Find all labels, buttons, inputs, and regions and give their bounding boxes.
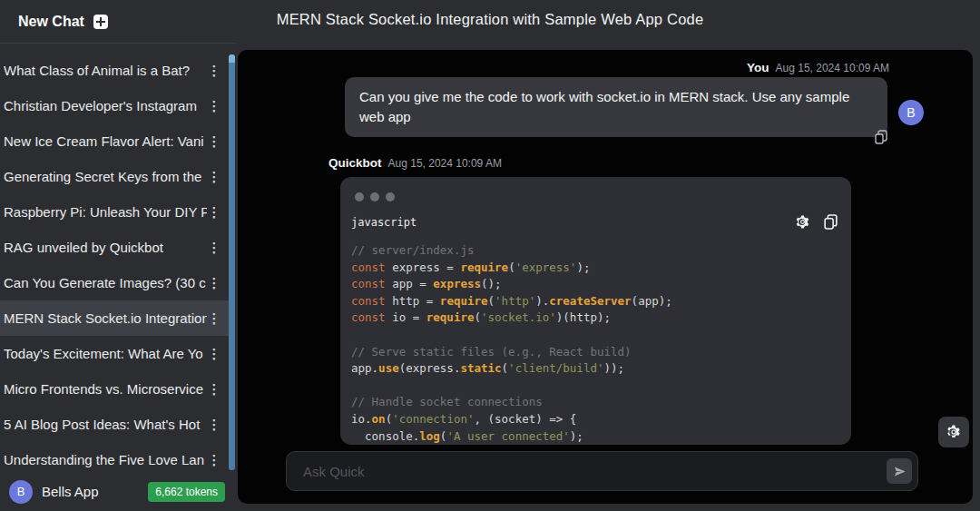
composer [286, 451, 918, 491]
sidebar-item-label: Raspberry Pi: Unleash Your DIY P [4, 204, 207, 220]
code-body: // server/index.jsconst express = requir… [340, 230, 851, 445]
code-line: io.on('connection', (socket) => { [351, 411, 840, 428]
sidebar-item[interactable]: Christian Developer's Instagram⋮ [0, 88, 229, 123]
chat-panel: YouAug 15, 2024 10:09 AM Can you give me… [238, 50, 973, 504]
sidebar-scrollbar[interactable] [229, 54, 235, 470]
chat-history-list: What Class of Animal is a Bat?⋮Christian… [0, 53, 229, 477]
kebab-menu-icon[interactable]: ⋮ [207, 453, 221, 467]
sidebar-item[interactable]: RAG unveiled by Quickbot⋮ [0, 230, 229, 265]
code-line: app.use(express.static('client/build')); [351, 360, 840, 378]
code-line: console.log('A user connected'); [351, 428, 840, 445]
kebab-menu-icon[interactable]: ⋮ [207, 64, 221, 77]
kebab-menu-icon[interactable]: ⋮ [207, 418, 221, 431]
bot-message-meta: QuickbotAug 15, 2024 10:09 AM [328, 156, 502, 170]
sidebar: New Chat What Class of Animal is a Bat?⋮… [0, 0, 236, 511]
code-language-label: javascript [351, 216, 782, 229]
ask-input[interactable] [287, 464, 887, 479]
code-line: const http = require('http').createServe… [351, 293, 840, 310]
kebab-menu-icon[interactable]: ⋮ [207, 347, 221, 360]
sidebar-item[interactable]: New Ice Cream Flavor Alert: Vani⋮ [0, 123, 229, 159]
code-line [351, 378, 840, 395]
code-line: const express = require('express'); [351, 260, 840, 277]
sidebar-item-label: 5 AI Blog Post Ideas: What's Hot [4, 417, 207, 432]
sidebar-item-label: New Ice Cream Flavor Alert: Vani [4, 133, 207, 149]
code-block-card: javascript // server/index.jsconst expre… [340, 177, 851, 445]
sidebar-item-label: Understanding the Five Love Lan [4, 452, 207, 467]
kebab-menu-icon[interactable]: ⋮ [207, 134, 221, 148]
sidebar-item-label: Can You Generate Images? (30 c [4, 275, 207, 290]
avatar: B [9, 480, 33, 504]
sidebar-item-label: Micro Frontends vs. Microservice [4, 381, 207, 397]
sidebar-item[interactable]: Today's Excitement: What Are Yo⋮ [0, 336, 229, 371]
bot-message-timestamp: Aug 15, 2024 10:09 AM [388, 157, 502, 170]
user-message-meta: YouAug 15, 2024 10:09 AM [747, 61, 889, 74]
user-message-timestamp: Aug 15, 2024 10:09 AM [776, 62, 889, 74]
user-message-bubble: Can you give me the code to work with so… [345, 77, 887, 137]
sidebar-item-label: Christian Developer's Instagram [4, 98, 207, 113]
sidebar-item[interactable]: Micro Frontends vs. Microservice⋮ [0, 371, 229, 407]
code-line: const app = express(); [351, 276, 840, 293]
sidebar-item-label: MERN Stack Socket.io Integration [4, 310, 207, 326]
sidebar-item[interactable]: 5 AI Blog Post Ideas: What's Hot⋮ [0, 407, 229, 442]
sidebar-item[interactable]: Can You Generate Images? (30 c⋮ [0, 265, 229, 300]
app-name: Bells App [42, 484, 139, 499]
sidebar-item-label: Today's Excitement: What Are Yo [4, 346, 207, 361]
sidebar-item-label: RAG unveiled by Quickbot [4, 240, 207, 255]
code-line [351, 327, 840, 344]
code-line: // Handle socket connections [351, 394, 840, 411]
sidebar-item[interactable]: Generating Secret Keys from the⋮ [0, 159, 229, 194]
kebab-menu-icon[interactable]: ⋮ [207, 170, 221, 183]
copy-message-icon[interactable] [874, 130, 888, 144]
kebab-menu-icon[interactable]: ⋮ [207, 382, 221, 396]
code-settings-icon[interactable] [795, 214, 810, 230]
sidebar-item-active[interactable]: MERN Stack Socket.io Integration⋮ [0, 300, 229, 336]
user-sender-label: You [747, 61, 769, 74]
code-line: // server/index.js [351, 242, 840, 260]
send-button[interactable] [887, 458, 912, 484]
token-count-badge: 6,662 tokens [148, 482, 225, 502]
sidebar-footer: B Bells App 6,662 tokens [0, 472, 236, 511]
kebab-menu-icon[interactable]: ⋮ [207, 311, 221, 325]
new-chat-button[interactable]: New Chat [0, 0, 236, 44]
copy-code-icon[interactable] [823, 214, 838, 230]
settings-button[interactable] [938, 417, 969, 447]
sidebar-item[interactable]: Raspberry Pi: Unleash Your DIY P⋮ [0, 194, 229, 230]
plus-icon [93, 15, 108, 29]
kebab-menu-icon[interactable]: ⋮ [207, 99, 221, 113]
code-line: const io = require('socket.io')(http); [351, 310, 840, 327]
code-line: // Serve static files (e.g., React build… [351, 344, 840, 361]
sidebar-item-label: Generating Secret Keys from the [4, 169, 207, 184]
kebab-menu-icon[interactable]: ⋮ [207, 241, 221, 254]
kebab-menu-icon[interactable]: ⋮ [207, 276, 221, 290]
window-dots-icon [340, 177, 851, 201]
code-toolbar: javascript [340, 201, 851, 230]
sidebar-item-label: What Class of Animal is a Bat? [4, 63, 207, 78]
sidebar-item[interactable]: What Class of Animal is a Bat?⋮ [0, 53, 229, 88]
user-avatar: B [898, 100, 924, 125]
kebab-menu-icon[interactable]: ⋮ [207, 205, 221, 219]
new-chat-label: New Chat [18, 14, 84, 30]
bot-sender-label: Quickbot [328, 156, 382, 170]
